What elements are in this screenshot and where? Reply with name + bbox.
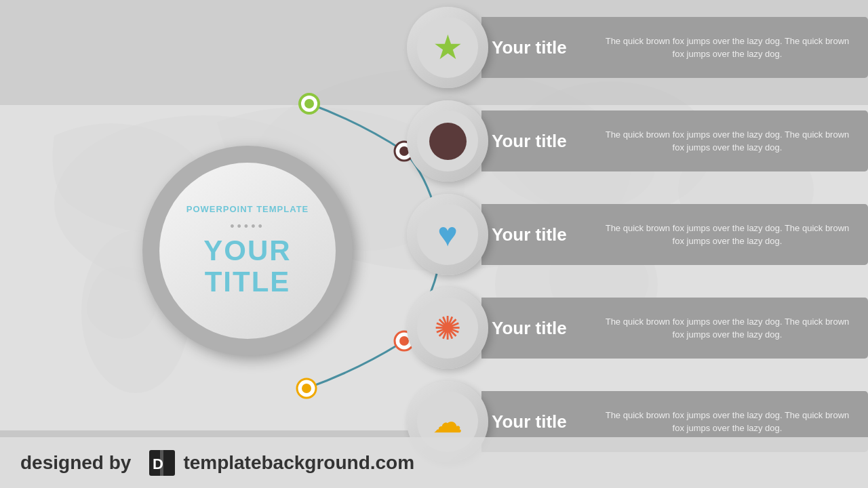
item-icon-inner-4: ✺ [417,298,478,359]
main-container: POWERPOINT TEMPLATE ••••• YOUR TITLE ★ Y… [0,0,868,488]
item-icon-inner-2 [417,110,478,171]
heart-icon: ♥ [437,215,458,254]
sun-icon: ✺ [434,309,461,347]
center-dots: ••••• [230,220,265,234]
item-desc-5: The quick brown fox jumps over the lazy … [600,409,854,435]
office-logo-icon: D [148,449,176,477]
item-row: ♥ Your title The quick brown fox jumps o… [407,194,868,275]
item-title-1: Your title [492,37,587,58]
item-desc-3: The quick brown fox jumps over the lazy … [600,222,854,248]
item-icon-inner-1: ★ [417,17,478,78]
item-content-1: Your title The quick brown fox jumps ove… [481,17,868,78]
item-title-4: Your title [492,318,587,339]
item-icon-circle-3: ♥ [407,194,488,275]
brown-circle-icon [429,123,467,160]
svg-point-7 [304,99,314,108]
item-icon-circle-4: ✺ [407,287,488,369]
item-title-5: Your title [492,411,587,432]
item-row: Your title The quick brown fox jumps ove… [407,100,868,182]
item-row: ★ Your title The quick brown fox jumps o… [407,7,868,88]
center-title: YOUR TITLE [203,235,291,298]
item-icon-circle-2 [407,100,488,182]
svg-text:D: D [153,455,163,472]
item-content-2: Your title The quick brown fox jumps ove… [481,110,868,171]
item-content-3: Your title The quick brown fox jumps ove… [481,204,868,265]
svg-point-15 [302,384,311,393]
footer-designed-by: designed by [20,452,131,474]
item-desc-1: The quick brown fox jumps over the lazy … [600,35,854,61]
center-circle-inner: POWERPOINT TEMPLATE ••••• YOUR TITLE [159,163,336,339]
footer-domain: templatebackground.com [183,452,414,474]
center-circle: POWERPOINT TEMPLATE ••••• YOUR TITLE [142,146,353,356]
item-row: ✺ Your title The quick brown fox jumps o… [407,287,868,369]
item-desc-2: The quick brown fox jumps over the lazy … [600,128,854,155]
item-icon-circle-1: ★ [407,7,488,88]
items-container: ★ Your title The quick brown fox jumps o… [393,0,868,488]
item-title-3: Your title [492,224,587,245]
blob-icon: ☁ [433,405,462,439]
footer: designed by D templatebackground.com [0,437,868,488]
star-icon: ★ [433,28,463,67]
center-subtitle: POWERPOINT TEMPLATE [186,204,309,214]
item-desc-4: The quick brown fox jumps over the lazy … [600,315,854,342]
item-title-2: Your title [492,131,587,152]
item-icon-inner-3: ♥ [417,204,478,265]
item-content-4: Your title The quick brown fox jumps ove… [481,298,868,359]
